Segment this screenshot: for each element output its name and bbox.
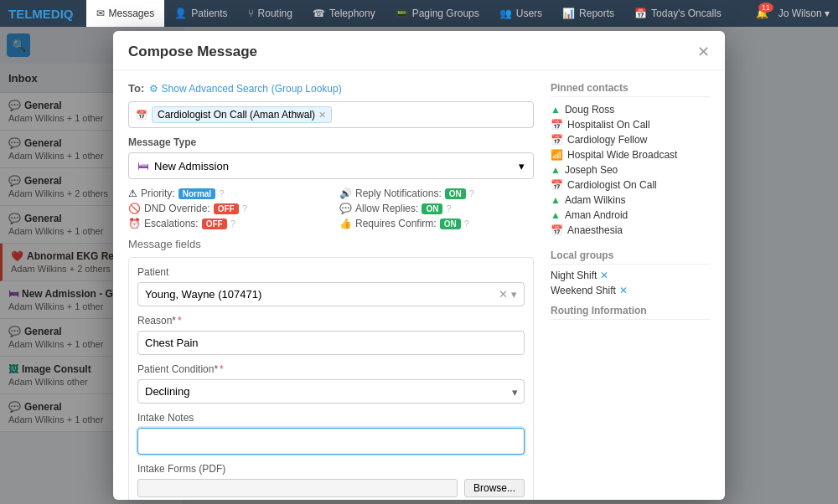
notification-bell[interactable]: 🔔 11 [756, 8, 768, 19]
priority-help-icon[interactable]: ? [219, 188, 224, 198]
dnd-label: DND Override: [144, 203, 210, 214]
modal-body: To: ⚙ Show Advanced Search (Group Lookup… [113, 70, 725, 500]
nav-tab-patients[interactable]: 👤 Patients [164, 0, 237, 27]
main-layout: 🔍 Inbox + 💬General Tue 10:21 AM Adam Wil… [0, 27, 838, 504]
pinned-contact-item[interactable]: 📅Cardiology Fellow [551, 132, 710, 147]
nav-tab-routing[interactable]: ⑂ Routing [238, 0, 303, 27]
dnd-help-icon[interactable]: ? [242, 203, 247, 213]
modal-title: Compose Message [128, 44, 257, 60]
remove-night-shift-button[interactable]: ✕ [600, 270, 608, 281]
priority-badge: Normal [178, 188, 215, 199]
intake-forms-label: Intake Forms (PDF) [137, 463, 525, 475]
requires-confirm-label: Requires Confirm: [355, 218, 437, 229]
nav-tabs: ✉ Messages 👤 Patients ⑂ Routing ☎ Teleph… [86, 0, 732, 27]
pinned-contact-item[interactable]: ▲Joseph Seo [551, 162, 710, 177]
hospital-icon: 📅 [551, 119, 563, 131]
pinned-contact-item[interactable]: 📅Cardiologist On Call [551, 177, 710, 193]
reports-icon: 📊 [562, 8, 575, 19]
message-type-select[interactable]: 🛏 New Admission ▾ [128, 152, 534, 179]
intake-notes-input[interactable] [137, 428, 525, 455]
recipient-tag: Cardiologist On Call (Aman Athwal) ✕ [152, 106, 332, 123]
to-row: To: ⚙ Show Advanced Search (Group Lookup… [128, 82, 534, 95]
modal-close-button[interactable]: ✕ [697, 43, 710, 61]
local-groups-list: Night Shift ✕ Weekend Shift ✕ [551, 270, 710, 296]
dnd-row: 🚫 DND Override: OFF ? [128, 203, 323, 214]
user-menu[interactable]: Jo Wilson ▾ [779, 8, 830, 19]
reason-row: Reason* [137, 315, 525, 355]
messages-icon: ✉ [96, 8, 105, 19]
message-fields-box: Patient Young, Wayne (107471) ✕ ▾ [128, 257, 534, 500]
file-input-bar [137, 479, 458, 497]
patient-field: Young, Wayne (107471) ✕ ▾ [137, 282, 525, 306]
nav-tab-reports[interactable]: 📊 Reports [552, 0, 624, 27]
notification-badge: 11 [758, 3, 773, 13]
escalations-badge: OFF [202, 219, 227, 229]
app-logo: TELMEDIQ [8, 7, 74, 21]
options-grid: ⚠ Priority: Normal ? 🔊 Reply Notificatio… [128, 188, 534, 229]
escalations-help-icon[interactable]: ? [230, 219, 235, 229]
calendar-icon: 📅 [551, 224, 563, 236]
reason-label: Reason* [137, 315, 525, 327]
clear-patient-button[interactable]: ✕ [499, 288, 508, 301]
modal-form: To: ⚙ Show Advanced Search (Group Lookup… [128, 82, 534, 500]
compose-modal: Compose Message ✕ To: ⚙ Show Advanced Se… [113, 31, 725, 500]
requires-confirm-badge: ON [440, 219, 461, 229]
dnd-badge: OFF [214, 203, 239, 214]
escalations-row: ⏰ Escalations: OFF ? [128, 218, 323, 229]
calendar-small-icon: 📅 [136, 110, 147, 121]
person-icon: ▲ [551, 164, 561, 176]
allow-replies-help-icon[interactable]: ? [446, 203, 451, 213]
patient-condition-select[interactable]: Declining Stable Critical Unknown [137, 379, 525, 404]
nav-tab-todays-oncalls[interactable]: 📅 Today's Oncalls [624, 0, 732, 27]
pinned-contact-name: Joseph Seo [565, 164, 618, 176]
nav-tab-paging-groups[interactable]: 📟 Paging Groups [385, 0, 489, 27]
nav-tab-users[interactable]: 👥 Users [489, 0, 552, 27]
patients-icon: 👤 [174, 8, 187, 19]
requires-confirm-help-icon[interactable]: ? [464, 219, 469, 229]
pinned-contact-item[interactable]: ▲Adam Wilkins [551, 193, 710, 208]
pinned-contact-name: Doug Ross [565, 104, 614, 116]
requires-confirm-row: 👍 Requires Confirm: ON ? [339, 218, 534, 229]
modal-header: Compose Message ✕ [113, 31, 725, 70]
pinned-contact-name: Cardiologist On Call [567, 179, 657, 191]
intake-notes-label: Intake Notes [137, 412, 525, 424]
routing-icon: ⑂ [248, 8, 254, 19]
reason-input[interactable] [137, 331, 525, 355]
pinned-contact-name: Aman Android [565, 209, 628, 221]
remove-weekend-shift-button[interactable]: ✕ [619, 285, 628, 296]
intake-notes-row: Intake Notes [137, 412, 525, 455]
pinned-contact-item[interactable]: ▲Doug Ross [551, 102, 710, 117]
priority-label: Priority: [141, 188, 175, 199]
reply-icon: 💬 [339, 203, 352, 214]
priority-icon: ⚠ [128, 188, 137, 199]
pinned-contact-item[interactable]: ▲Aman Android [551, 208, 710, 223]
reply-notif-help-icon[interactable]: ? [469, 188, 474, 198]
nav-tab-messages[interactable]: ✉ Messages [86, 0, 165, 27]
local-groups-title: Local groups [551, 249, 710, 265]
pinned-contact-item[interactable]: 📅Hospitalist On Call [551, 117, 710, 132]
pinned-contact-name: Hospitalist On Call [567, 119, 650, 131]
patient-condition-label: Patient Condition* [137, 363, 525, 375]
pinned-contact-item[interactable]: 📶Hospital Wide Broadcast [551, 147, 710, 162]
group-lookup-link[interactable]: (Group Lookup) [272, 83, 342, 95]
patient-condition-row: Patient Condition* Declining Stable Crit… [137, 363, 525, 404]
patient-dropdown-icon[interactable]: ▾ [511, 288, 517, 301]
pinned-contact-name: Hospital Wide Broadcast [567, 149, 677, 161]
browse-button[interactable]: Browse... [464, 479, 525, 497]
allow-replies-badge: ON [422, 203, 442, 214]
selected-message-type: New Admission [154, 160, 229, 172]
person-icon: ▲ [551, 209, 561, 221]
person-icon: ▲ [551, 194, 561, 206]
hospital-icon: 📅 [551, 179, 563, 191]
advanced-search-link[interactable]: ⚙ Show Advanced Search [149, 83, 268, 95]
top-nav: TELMEDIQ ✉ Messages 👤 Patients ⑂ Routing… [0, 0, 838, 27]
pinned-contact-item[interactable]: 📅Anaesthesia [551, 223, 710, 238]
pinned-contacts-list: ▲Doug Ross📅Hospitalist On Call📅Cardiolog… [551, 102, 710, 238]
pinned-contact-name: Cardiology Fellow [567, 134, 647, 146]
bed-icon: 🛏 [137, 159, 149, 172]
to-label: To: [128, 82, 144, 95]
group-weekend-shift: Weekend Shift ✕ [551, 285, 710, 296]
nav-tab-telephony[interactable]: ☎ Telephony [303, 0, 385, 27]
speaker-icon: 🔊 [339, 188, 352, 199]
remove-recipient-button[interactable]: ✕ [318, 110, 326, 121]
